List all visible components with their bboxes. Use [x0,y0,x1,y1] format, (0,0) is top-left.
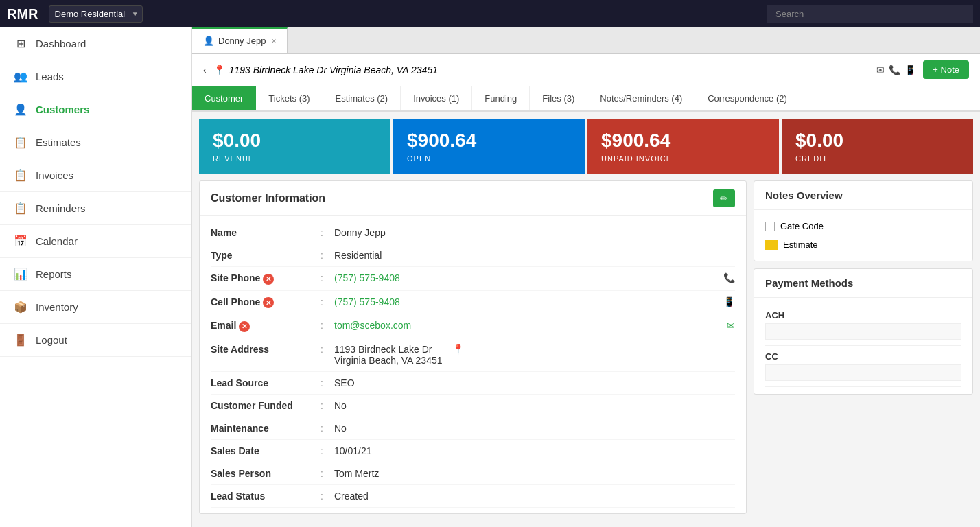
field-value-wrapper-type: Residential [334,250,735,261]
field-sep-lead_status: : [320,491,334,502]
field-sep-customer_funded: : [320,400,334,411]
nav-prev-icon[interactable]: ‹ [203,65,207,75]
sidebar-item-leads[interactable]: 👥Leads [0,60,191,93]
field-value-lead_source: SEO [334,377,355,388]
address-bar: ‹ 📍 1193 Birdneck Lake Dr Virginia Beach… [192,54,980,86]
sidebar-label-estimates: Estimates [36,137,81,148]
stat-amount-credit: $0.00 [795,130,959,152]
field-value-lead_status: Created [334,491,369,502]
field-value-wrapper-sales_date: 10/01/21 [334,445,735,456]
field-label-customer_funded: Customer Funded [211,400,320,411]
field-value-wrapper-name: Donny Jepp [334,227,735,238]
delete-badge-cell_phone[interactable]: ✕ [263,297,274,308]
sub-tab-funding[interactable]: Funding [472,86,530,110]
content-area: 👤 Donny Jepp × ‹ 📍 1193 Birdneck Lake Dr… [192,27,980,527]
delete-badge-site_phone[interactable]: ✕ [263,274,274,285]
field-sep-site_phone: : [320,272,334,283]
field-value-wrapper-site_phone: (757) 575-9408📞 [334,272,735,283]
sidebar-label-invoices: Invoices [36,169,73,181]
field-icon-cell_phone: 📱 [723,296,735,307]
sidebar-item-invoices[interactable]: 📋Invoices [0,159,191,192]
field-value-site_address: 1193 Birdneck Lake DrVirginia Beach, VA … [334,344,443,366]
sidebar-item-dashboard[interactable]: ⊞Dashboard [0,27,191,60]
field-value-link-site_phone[interactable]: (757) 575-9408 [334,272,400,283]
stat-revenue: $0.00REVENUE [199,119,390,174]
note-item-gate_code: Gate Code [765,217,961,235]
dashboard-icon: ⊞ [14,37,27,50]
info-row-lead_status: Lead Status : Created [211,485,735,508]
edit-button[interactable]: ✏ [713,189,735,207]
field-label-lead_status: Lead Status [211,491,320,502]
field-sep-site_address: : [320,344,334,355]
sub-tab-correspondence[interactable]: Correspondence (2) [695,86,800,110]
info-row-name: Name : Donny Jepp [211,222,735,244]
notes-panel-header: Notes Overview [754,181,972,210]
payment-panel: Payment Methods ACHCC [754,268,973,395]
field-value-link-email[interactable]: tom@scebox.com [334,320,411,331]
field-label-email: Email✕ [211,320,320,332]
stat-unpaid: $900.64UNPAID INVOICE [587,119,779,174]
sub-tab-customer[interactable]: Customer [192,86,256,110]
sub-tab-invoices[interactable]: Invoices (1) [401,86,472,110]
field-label-sales_date: Sales Date [211,445,320,456]
sidebar-label-dashboard: Dashboard [36,38,86,49]
tab-bar: 👤 Donny Jepp × [192,27,980,54]
payment-item-ach: ACH [765,305,961,346]
stat-label-unpaid: UNPAID INVOICE [601,154,765,163]
field-value-wrapper-lead_status: Created [334,491,735,502]
search-input[interactable] [767,5,973,23]
field-value-customer_funded: No [334,400,347,411]
field-value-wrapper-maintenance: No [334,423,735,434]
person-icon: 👤 [203,36,214,46]
payment-item-cc: CC [765,346,961,387]
sidebar-item-reminders[interactable]: 📋Reminders [0,192,191,225]
payment-label-cc: CC [765,351,961,362]
note-checkbox-gate_code[interactable] [765,222,775,231]
note-color-estimate [765,240,778,250]
sidebar-item-reports[interactable]: 📊Reports [0,258,191,291]
stat-label-revenue: REVENUE [213,154,377,163]
field-sep-cell_phone: : [320,296,334,307]
sidebar-item-inventory[interactable]: 📦Inventory [0,291,191,324]
field-sep-sales_date: : [320,445,334,456]
delete-badge-email[interactable]: ✕ [239,321,250,332]
customer-info-panel: Customer Information ✏ Name : Donny Jepp… [199,180,747,514]
field-value-sales_person: Tom Mertz [334,468,379,479]
field-icon-site_phone: 📞 [723,272,735,283]
logout-icon: 🚪 [14,333,27,347]
sub-tab-files[interactable]: Files (3) [530,86,587,110]
sidebar-label-inventory: Inventory [36,301,78,313]
sidebar-label-customers: Customers [36,104,89,115]
sidebar-item-logout[interactable]: 🚪Logout [0,324,191,357]
email-icon: ✉ [876,65,885,75]
customer-tab[interactable]: 👤 Donny Jepp × [192,27,288,53]
sidebar-item-calendar[interactable]: 📅Calendar [0,225,191,258]
field-value-link-cell_phone[interactable]: (757) 575-9408 [334,296,400,307]
notes-panel: Notes Overview Gate CodeEstimate [754,180,973,261]
stat-label-open: OPEN [407,154,571,163]
field-value-wrapper-site_address: 1193 Birdneck Lake DrVirginia Beach, VA … [334,344,735,366]
info-row-site_phone: Site Phone✕ : (757) 575-9408📞 [211,267,735,291]
inventory-icon: 📦 [14,301,27,314]
stat-amount-open: $900.64 [407,130,571,152]
sub-tab-tickets[interactable]: Tickets (3) [256,86,323,110]
tab-close-icon[interactable]: × [271,36,276,46]
map-pin-icon: 📍 [213,65,225,75]
field-label-sales_person: Sales Person [211,468,320,479]
sub-tab-estimates[interactable]: Estimates (2) [323,86,401,110]
company-select[interactable]: Demo Residential [49,5,143,23]
leads-icon: 👥 [14,70,27,83]
info-row-maintenance: Maintenance : No [211,417,735,440]
logo: RMR [7,6,38,22]
info-row-sales_person: Sales Person : Tom Mertz [211,462,735,485]
info-row-cell_phone: Cell Phone✕ : (757) 575-9408📱 [211,291,735,315]
company-selector-wrapper[interactable]: Demo Residential [49,5,143,23]
sidebar-item-customers[interactable]: 👤Customers [0,93,191,126]
payment-label-ach: ACH [765,310,961,320]
note-button[interactable]: + Note [923,60,969,79]
sidebar-label-leads: Leads [36,71,64,82]
field-value-name: Donny Jepp [334,227,386,238]
sub-tab-notes_reminders[interactable]: Notes/Reminders (4) [587,86,695,110]
sidebar-item-estimates[interactable]: 📋Estimates [0,126,191,159]
field-sep-type: : [320,250,334,261]
